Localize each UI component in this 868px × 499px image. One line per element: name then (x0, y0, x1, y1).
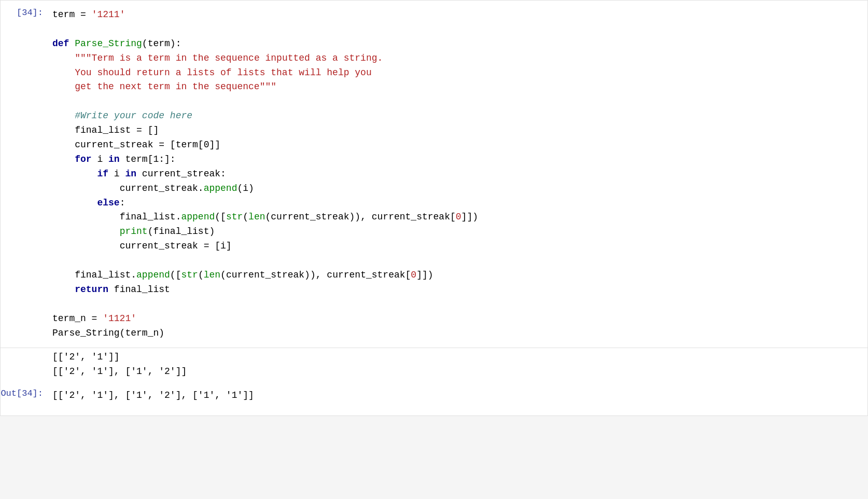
stdout-area: [['2', '1']] [['2', '1'], ['1', '2']] (0, 348, 868, 386)
code-line-6: get the next term in the sequence""" (52, 81, 276, 92)
code-line-11: for i in term[1:]: (52, 154, 176, 164)
code-line-23: Parse_String(term_n) (52, 328, 164, 338)
output-area: Out[34]: [['2', '1'], ['1', '2'], ['1', … (0, 386, 868, 416)
code-line-5: You should return a lists of lists that … (52, 67, 372, 78)
code-line-9: final_list = [] (52, 125, 159, 135)
output-value: [['2', '1'], ['1', '2'], ['1', '1']] (47, 386, 867, 410)
code-line-12: if i in current_streak: (52, 169, 226, 179)
code-line-14: else: (52, 198, 125, 208)
output-label: Out[34]: (1, 386, 47, 410)
cell-input-label: [34]: (1, 1, 47, 348)
stdout-line-1: [['2', '1']] (52, 350, 857, 365)
code-line-1: term = '1211' (52, 9, 125, 20)
stdout-line-2: [['2', '1'], ['1', '2']] (52, 365, 857, 379)
code-line-15: final_list.append([str(len(current_strea… (52, 212, 478, 222)
cell-code-content[interactable]: term = '1211' def Parse_String(term): ""… (47, 1, 867, 348)
code-line-8: #Write your code here (52, 110, 192, 121)
code-line-16: print(final_list) (52, 226, 215, 237)
code-line-13: current_streak.append(i) (52, 183, 254, 193)
code-cell[interactable]: [34]: term = '1211' def Parse_String(ter… (0, 0, 868, 348)
stdout-label (1, 348, 47, 386)
code-line-4: """Term is a term in the sequence inputt… (52, 53, 383, 63)
code-line-20: return final_list (52, 284, 170, 295)
code-line-10: current_streak = [term[0]] (52, 140, 220, 150)
stdout-content: [['2', '1']] [['2', '1'], ['1', '2']] (47, 348, 867, 386)
code-line-17: current_streak = [i] (52, 241, 232, 251)
code-line-19: final_list.append([str(len(current_strea… (52, 270, 433, 280)
code-line-3: def Parse_String(term): (52, 38, 181, 49)
code-line-22: term_n = '1121' (52, 313, 136, 324)
